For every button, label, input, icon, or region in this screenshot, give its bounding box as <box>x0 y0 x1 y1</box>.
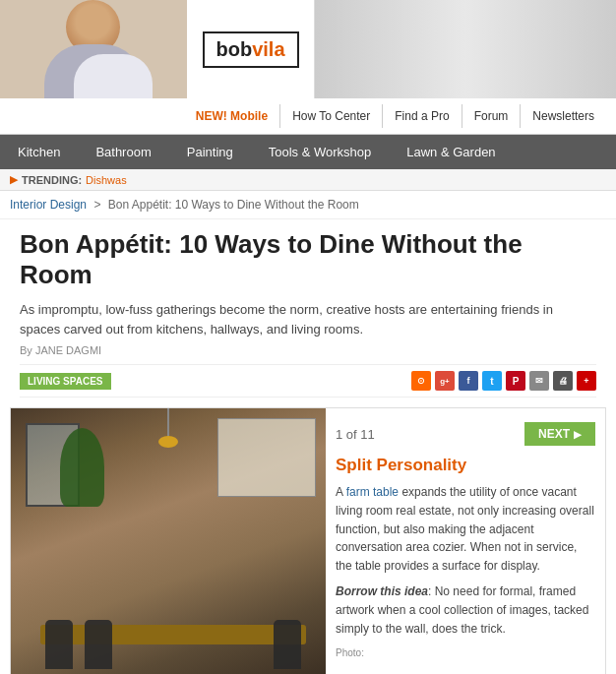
host-body <box>44 44 143 98</box>
share-twitter[interactable]: t <box>482 371 502 391</box>
nav-forum[interactable]: Forum <box>462 104 522 128</box>
nav-how-to-center[interactable]: How To Center <box>280 104 383 128</box>
logo-bob: bob <box>216 38 253 60</box>
article: Bon Appétit: 10 Ways to Dine Without the… <box>10 219 606 398</box>
main-nav: Kitchen Bathroom Painting Tools & Worksh… <box>0 135 616 169</box>
share-googleplus[interactable]: g+ <box>435 371 455 391</box>
trending-bar: ▶ TRENDING: Dishwas <box>0 169 616 191</box>
breadcrumb-current: Bon Appétit: 10 Ways to Dine Without the… <box>108 198 359 212</box>
banner-area <box>315 0 616 98</box>
utility-nav: NEW! Mobile How To Center Find a Pro For… <box>0 98 616 135</box>
next-arrow-icon: ▶ <box>574 429 582 440</box>
slide-heading: Split Personality <box>336 456 595 475</box>
share-print[interactable]: 🖨 <box>553 371 573 391</box>
article-description: As impromptu, low-fuss gatherings become… <box>20 300 596 338</box>
nav-kitchen[interactable]: Kitchen <box>0 135 78 169</box>
social-icons-group: ⊙ g+ f t P ✉ 🖨 + <box>411 371 596 391</box>
article-wrapper: Bon Appétit: 10 Ways to Dine Without the… <box>0 219 616 674</box>
next-button[interactable]: NEXT ▶ <box>524 422 595 446</box>
content-area: 1 of 11 NEXT ▶ Split Personality A farm … <box>10 407 606 674</box>
trending-arrow: ▶ <box>10 173 18 186</box>
host-image-area <box>0 0 187 98</box>
breadcrumb-separator: > <box>93 198 100 212</box>
slide-text-before: A <box>336 485 346 499</box>
share-email[interactable]: ✉ <box>529 371 549 391</box>
trending-link[interactable]: Dishwas <box>86 174 127 186</box>
logo-area: bobvila <box>187 0 315 98</box>
nav-find-a-pro[interactable]: Find a Pro <box>383 104 462 128</box>
host-figure <box>25 0 162 98</box>
trending-label: TRENDING: <box>22 174 82 186</box>
header-area: bobvila <box>0 0 616 98</box>
slide-body-text: A farm table expands the utility of once… <box>336 483 595 575</box>
share-more[interactable]: + <box>577 371 596 391</box>
host-shirt <box>74 54 153 98</box>
article-tag[interactable]: LIVING SPACES <box>20 373 111 390</box>
nav-lawn-garden[interactable]: Lawn & Garden <box>389 135 513 169</box>
nav-bathroom[interactable]: Bathroom <box>78 135 168 169</box>
nav-painting[interactable]: Painting <box>169 135 251 169</box>
logo-box[interactable]: bobvila <box>203 31 299 68</box>
nav-newsletters[interactable]: Newsletters <box>521 104 606 128</box>
borrow-italic: Borrow this idea <box>336 584 428 598</box>
slide-image <box>11 408 326 674</box>
slide-counter-text: 1 of 11 <box>336 427 375 442</box>
article-title: Bon Appétit: 10 Ways to Dine Without the… <box>20 229 596 290</box>
banner-placeholder <box>315 0 616 98</box>
nav-new-mobile[interactable]: NEW! Mobile <box>184 104 280 128</box>
slideshow <box>11 408 326 674</box>
share-rss[interactable]: ⊙ <box>411 371 431 391</box>
slide-link-farm-table[interactable]: farm table <box>346 485 399 499</box>
photo-credit: Photo: <box>336 647 595 658</box>
logo-vila: vila <box>252 38 284 60</box>
article-byline: By JANE DAGMI <box>20 344 596 356</box>
share-facebook[interactable]: f <box>459 371 478 391</box>
next-button-label: NEXT <box>538 427 570 441</box>
share-pinterest[interactable]: P <box>506 371 525 391</box>
slide-borrow-idea: Borrow this idea: No need for formal, fr… <box>336 582 595 638</box>
breadcrumb: Interior Design > Bon Appétit: 10 Ways t… <box>0 191 616 219</box>
sidebar-content: 1 of 11 NEXT ▶ Split Personality A farm … <box>326 408 605 674</box>
nav-tools-workshop[interactable]: Tools & Workshop <box>251 135 390 169</box>
tags-social-bar: LIVING SPACES ⊙ g+ f t P ✉ 🖨 + <box>20 364 596 398</box>
breadcrumb-home-link[interactable]: Interior Design <box>10 198 87 212</box>
slide-counter: 1 of 11 NEXT ▶ <box>336 418 595 446</box>
